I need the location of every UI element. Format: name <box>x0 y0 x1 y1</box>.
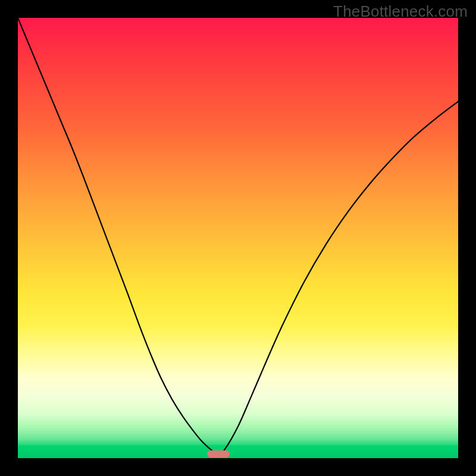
plot-area <box>18 18 458 458</box>
bottleneck-curve <box>18 18 458 455</box>
chart-container: TheBottleneck.com <box>0 0 476 476</box>
curve-svg <box>18 18 458 458</box>
optimum-marker <box>207 450 230 458</box>
